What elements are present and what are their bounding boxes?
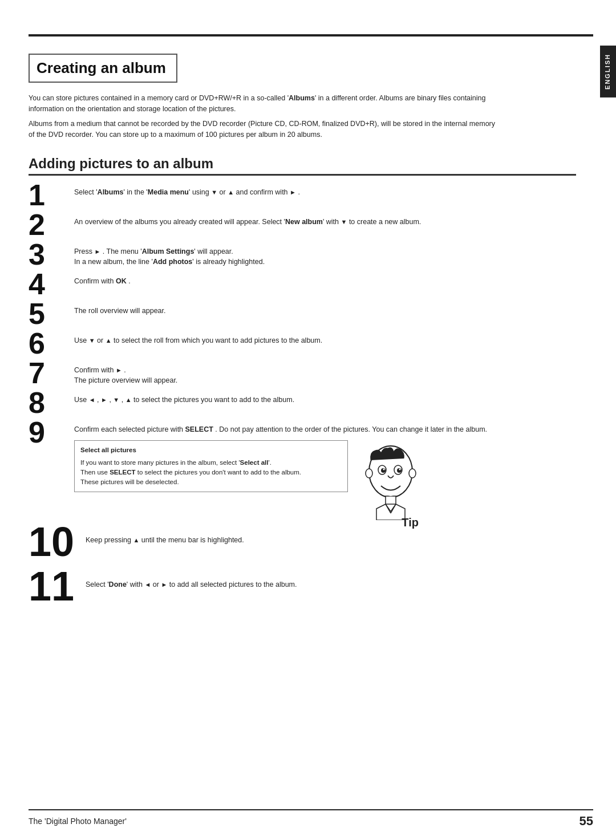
tip-area: Select all pictures If you want to store…	[74, 440, 576, 514]
step-number-2: 2	[29, 210, 74, 240]
step-text-10: Keep pressing ▲ until the menu bar is hi…	[86, 525, 576, 546]
step-number-8: 8	[29, 388, 74, 417]
bottom-rule	[29, 809, 593, 810]
steps-list: 1 Select 'Albums' in the 'Media menu' us…	[29, 184, 576, 611]
svg-rect-9	[386, 496, 396, 504]
step-number-9: 9	[29, 417, 74, 447]
tip-box: Select all pictures If you want to store…	[74, 440, 348, 492]
step-row-10: 10 Keep pressing ▲ until the menu bar is…	[29, 525, 576, 562]
section1-para2: Albums from a medium that cannot be reco…	[29, 119, 496, 141]
footer-title: The 'Digital Photo Manager'	[29, 817, 127, 826]
step-text-1: Select 'Albums' in the 'Media menu' usin…	[74, 184, 576, 198]
step-text-11: Select 'Done' with ◄ or ► to add all sel…	[86, 569, 576, 590]
step-text-9: Confirm each selected picture with SELEC…	[74, 421, 576, 435]
step-number-11: 11	[29, 566, 86, 607]
step-row-3: 3 Press ► . The menu 'Album Settings' wi…	[29, 243, 576, 269]
step-text-3: Press ► . The menu 'Album Settings' will…	[74, 243, 576, 268]
section2-title-container: Adding pictures to an album	[29, 156, 576, 176]
step-text-5: The roll overview will appear.	[74, 302, 576, 316]
step-row-1: 1 Select 'Albums' in the 'Media menu' us…	[29, 184, 576, 210]
step-number-7: 7	[29, 358, 74, 388]
step-text-6: Use ▼ or ▲ to select the roll from which…	[74, 332, 576, 346]
svg-point-6	[399, 469, 401, 470]
svg-point-3	[383, 469, 385, 470]
step-text-4: Confirm with OK .	[74, 273, 576, 287]
step-row-11: 11 Select 'Done' with ◄ or ► to add all …	[29, 569, 576, 607]
top-rule	[29, 34, 593, 36]
section1-title-box: Creating an album	[29, 54, 177, 83]
step-number-6: 6	[29, 328, 74, 358]
step-text-7: Confirm with ► . The picture overview wi…	[74, 362, 576, 387]
step-text-8: Use ◄ , ► , ▼ , ▲ to select the pictures…	[74, 391, 576, 405]
step-row-5: 5 The roll overview will appear.	[29, 302, 576, 328]
tip-line2: Then use SELECT to select the pictures y…	[80, 468, 342, 477]
tip-line1: If you want to store many pictures in th…	[80, 458, 342, 468]
footer: The 'Digital Photo Manager' 55	[29, 814, 593, 829]
step-row-6: 6 Use ▼ or ▲ to select the roll from whi…	[29, 332, 576, 358]
step-row-7: 7 Confirm with ► . The picture overview …	[29, 362, 576, 388]
character-illustration: Tip	[359, 440, 422, 514]
footer-page: 55	[579, 814, 593, 829]
section1-title: Creating an album	[37, 59, 166, 77]
step-row-9: 9 Confirm each selected picture with SEL…	[29, 421, 576, 515]
svg-point-7	[366, 469, 372, 478]
step-number-1: 1	[29, 180, 74, 210]
step-number-4: 4	[29, 269, 74, 299]
step-row-8: 8 Use ◄ , ► , ▼ , ▲ to select the pictur…	[29, 391, 576, 417]
step-number-5: 5	[29, 299, 74, 328]
tip-line3: These pictures will be deselected.	[80, 477, 342, 487]
main-content: Creating an album You can store pictures…	[29, 46, 576, 806]
tip-title: Select all pictures	[80, 445, 342, 455]
step-number-3: 3	[29, 240, 74, 269]
svg-point-8	[409, 469, 416, 478]
character-svg	[359, 440, 422, 520]
step-row-2: 2 An overview of the albums you already …	[29, 213, 576, 240]
step-row-4: 4 Confirm with OK .	[29, 273, 576, 299]
language-tab: ENGLISH	[600, 46, 616, 98]
step-number-10: 10	[29, 521, 86, 562]
section2-title: Adding pictures to an album	[29, 156, 576, 172]
section1-para1: You can store pictures contained in a me…	[29, 93, 496, 115]
step-text-2: An overview of the albums you already cr…	[74, 213, 576, 228]
